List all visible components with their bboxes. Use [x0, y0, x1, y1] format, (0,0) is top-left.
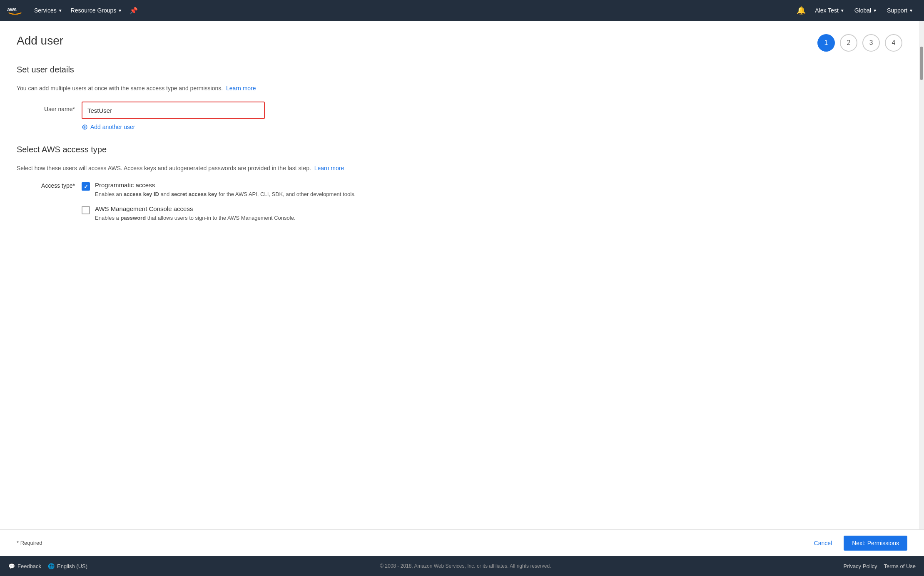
- pin-icon[interactable]: 📌: [126, 7, 141, 15]
- access-type-label: Access type*: [17, 181, 75, 189]
- privacy-policy-link[interactable]: Privacy Policy: [844, 563, 877, 569]
- top-navigation: aws Services ▼ Resource Groups ▼ 📌 🔔 Ale…: [0, 0, 924, 21]
- nav-user[interactable]: Alex Test ▼: [811, 0, 848, 21]
- bottom-actions: Cancel Next: Permissions: [807, 536, 907, 551]
- user-name-field-col: ⊕ Add another user: [82, 102, 265, 132]
- user-name-input[interactable]: [82, 102, 265, 119]
- services-chevron-icon: ▼: [58, 8, 62, 13]
- console-access-text: AWS Management Console access Enables a …: [95, 205, 296, 222]
- access-type-desc-text: Select how these users will access AWS. …: [17, 165, 311, 171]
- programmatic-access-option: ✓ Programmatic access Enables an access …: [82, 181, 356, 199]
- step-2[interactable]: 2: [840, 34, 857, 52]
- add-another-user-label: Add another user: [90, 124, 135, 130]
- programmatic-access-label: Programmatic access: [95, 181, 356, 189]
- access-options: ✓ Programmatic access Enables an access …: [82, 181, 356, 222]
- globe-icon: 🌐: [48, 563, 55, 569]
- console-access-label: AWS Management Console access: [95, 205, 296, 212]
- footer-right: Privacy Policy Terms of Use: [844, 563, 916, 569]
- step-1[interactable]: 1: [817, 34, 835, 52]
- global-label: Global: [854, 7, 871, 14]
- set-user-details-desc-text: You can add multiple users at once with …: [17, 85, 223, 92]
- user-chevron-icon: ▼: [840, 8, 844, 13]
- nav-right: 🔔 Alex Test ▼ Global ▼ Support ▼: [793, 0, 917, 21]
- programmatic-access-checkbox[interactable]: ✓: [82, 182, 90, 191]
- support-label: Support: [887, 7, 907, 14]
- cancel-button[interactable]: Cancel: [807, 536, 839, 550]
- page-title: Add user: [17, 34, 63, 47]
- set-user-details-title: Set user details: [17, 65, 902, 74]
- terms-of-use-link[interactable]: Terms of Use: [884, 563, 916, 569]
- aws-logo[interactable]: aws: [7, 5, 23, 16]
- language-selector[interactable]: 🌐 English (US): [48, 563, 87, 569]
- programmatic-access-description: Enables an access key ID and secret acce…: [95, 190, 356, 199]
- access-type-title: Select AWS access type: [17, 145, 902, 154]
- footer: 💬 Feedback 🌐 English (US) © 2008 - 2018,…: [0, 556, 924, 576]
- services-label: Services: [34, 7, 57, 14]
- language-label: English (US): [57, 563, 87, 569]
- programmatic-access-text: Programmatic access Enables an access ke…: [95, 181, 356, 199]
- resource-groups-chevron-icon: ▼: [118, 8, 122, 13]
- bottom-bar: * Required Cancel Next: Permissions: [0, 529, 924, 556]
- set-user-details-description: You can add multiple users at once with …: [17, 85, 902, 92]
- support-chevron-icon: ▼: [909, 8, 913, 13]
- content-area: Add user 1 2 3 4 Set user details You ca…: [0, 21, 919, 529]
- notification-icon[interactable]: 🔔: [793, 6, 809, 15]
- global-chevron-icon: ▼: [873, 8, 877, 13]
- feedback-label: Feedback: [17, 563, 41, 569]
- access-type-divider: [17, 158, 902, 158]
- console-checkbox-wrapper: [82, 206, 90, 214]
- nav-services[interactable]: Services ▼: [30, 0, 67, 21]
- scrollbar-track: [919, 21, 924, 529]
- footer-left: 💬 Feedback 🌐 English (US): [8, 563, 87, 569]
- feedback-button[interactable]: 💬 Feedback: [8, 563, 41, 569]
- user-name-row: User name* ⊕ Add another user: [17, 102, 902, 132]
- next-permissions-button[interactable]: Next: Permissions: [844, 536, 907, 551]
- nav-resource-groups[interactable]: Resource Groups ▼: [67, 0, 127, 21]
- user-name-label: Alex Test: [815, 7, 839, 14]
- feedback-icon: 💬: [8, 563, 15, 569]
- console-access-option: AWS Management Console access Enables a …: [82, 205, 356, 222]
- access-type-row: Access type* ✓ Programmatic access Ena: [17, 181, 902, 222]
- nav-support[interactable]: Support ▼: [883, 0, 917, 21]
- step-4[interactable]: 4: [885, 34, 902, 52]
- access-type-description: Select how these users will access AWS. …: [17, 165, 902, 171]
- add-another-user-button[interactable]: ⊕ Add another user: [82, 122, 265, 132]
- resource-groups-label: Resource Groups: [71, 7, 117, 14]
- set-user-details-divider: [17, 78, 902, 78]
- footer-copyright: © 2008 - 2018, Amazon Web Services, Inc.…: [87, 563, 843, 569]
- programmatic-checkbox-wrapper: ✓: [82, 182, 90, 191]
- access-type-learn-more[interactable]: Learn more: [314, 165, 344, 171]
- access-type-section: Select AWS access type Select how these …: [17, 145, 902, 222]
- console-access-description: Enables a password that allows users to …: [95, 214, 296, 222]
- set-user-details-section: Set user details You can add multiple us…: [17, 65, 902, 132]
- scrollbar-thumb[interactable]: [920, 47, 923, 80]
- page-title-row: Add user 1 2 3 4: [17, 34, 902, 52]
- step-3[interactable]: 3: [862, 34, 880, 52]
- nav-global[interactable]: Global ▼: [850, 0, 881, 21]
- svg-text:aws: aws: [7, 7, 17, 12]
- checkbox-check-icon: ✓: [84, 184, 88, 190]
- add-circle-icon: ⊕: [82, 122, 88, 132]
- user-name-label: User name*: [17, 102, 75, 112]
- step-indicators: 1 2 3 4: [817, 34, 902, 52]
- console-access-checkbox[interactable]: [82, 206, 90, 214]
- set-user-details-learn-more[interactable]: Learn more: [226, 85, 256, 92]
- required-note: * Required: [17, 540, 42, 546]
